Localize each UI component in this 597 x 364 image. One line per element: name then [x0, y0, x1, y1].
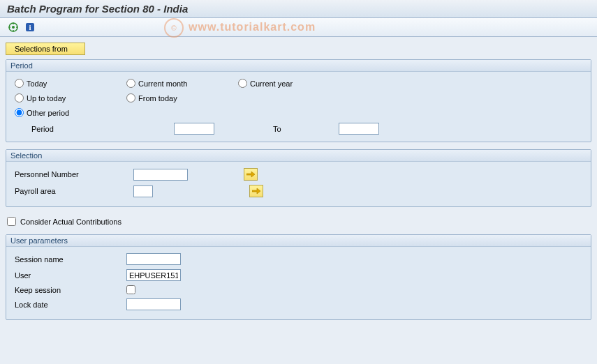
- user-input[interactable]: [126, 269, 181, 281]
- consider-checkbox-row[interactable]: Consider Actual Contributions: [6, 214, 591, 234]
- radio-from-today-input[interactable]: [126, 93, 135, 103]
- radio-from-today-label: From today: [138, 94, 177, 103]
- execute-button[interactable]: [7, 21, 20, 33]
- personnel-number-input[interactable]: [133, 169, 188, 181]
- payroll-area-input[interactable]: [133, 185, 153, 197]
- period-from-input[interactable]: [174, 123, 214, 135]
- personnel-number-multiselect-button[interactable]: [244, 168, 258, 181]
- svg-text:i: i: [29, 23, 31, 31]
- selection-title: Selection: [6, 150, 591, 162]
- radio-from-today[interactable]: From today: [126, 93, 217, 103]
- arrow-right-icon: [246, 171, 255, 178]
- selections-from-button[interactable]: Selections from: [6, 43, 85, 55]
- page-title: Batch Program for Section 80 - India: [7, 3, 590, 15]
- radio-up-to-today[interactable]: Up to today: [15, 93, 105, 103]
- user-params-groupbox: User parameters Session name User Keep s…: [6, 234, 591, 320]
- radio-today-label: Today: [27, 79, 47, 88]
- svg-point-1: [12, 26, 15, 29]
- arrow-right-icon: [252, 188, 260, 195]
- period-groupbox: Period Today Current month Current year …: [6, 59, 591, 142]
- radio-current-month-input[interactable]: [126, 79, 135, 88]
- personnel-number-label: Personnel Number: [15, 170, 126, 179]
- payroll-area-label: Payroll area: [15, 187, 126, 195]
- selection-groupbox: Selection Personnel Number Payroll area: [6, 149, 591, 207]
- radio-current-year-input[interactable]: [238, 79, 247, 88]
- lock-date-label: Lock date: [15, 301, 126, 309]
- user-params-title: User parameters: [6, 235, 591, 247]
- session-name-input[interactable]: [126, 253, 181, 265]
- consider-label: Consider Actual Contributions: [20, 218, 121, 226]
- toolbar: i: [0, 18, 597, 37]
- info-icon: i: [25, 22, 35, 32]
- radio-up-to-today-label: Up to today: [27, 94, 66, 103]
- radio-today-input[interactable]: [15, 79, 24, 88]
- radio-other-period-input[interactable]: [15, 108, 24, 117]
- radio-today[interactable]: Today: [15, 79, 105, 88]
- content-area: Selections from Period Today Current mon…: [0, 37, 597, 364]
- consider-checkbox[interactable]: [7, 217, 16, 226]
- period-to-label: To: [273, 125, 315, 133]
- lock-date-input[interactable]: [126, 298, 181, 310]
- period-title: Period: [6, 60, 591, 72]
- titlebar: Batch Program for Section 80 - India: [0, 0, 597, 18]
- radio-current-year-label: Current year: [250, 79, 293, 88]
- radio-other-period-label: Other period: [27, 109, 69, 117]
- period-to-input[interactable]: [339, 123, 379, 135]
- payroll-area-multiselect-button[interactable]: [249, 185, 263, 197]
- period-from-label: Period: [31, 125, 73, 133]
- radio-current-month-label: Current month: [138, 79, 187, 88]
- execute-icon: [8, 22, 18, 32]
- keep-session-checkbox[interactable]: [126, 285, 135, 294]
- radio-up-to-today-input[interactable]: [15, 93, 24, 103]
- radio-current-year[interactable]: Current year: [238, 79, 329, 88]
- radio-other-period[interactable]: Other period: [15, 108, 105, 117]
- session-name-label: Session name: [15, 255, 126, 264]
- info-button[interactable]: i: [24, 21, 36, 33]
- user-label: User: [15, 271, 126, 280]
- radio-current-month[interactable]: Current month: [126, 79, 217, 88]
- keep-session-label: Keep session: [15, 286, 126, 294]
